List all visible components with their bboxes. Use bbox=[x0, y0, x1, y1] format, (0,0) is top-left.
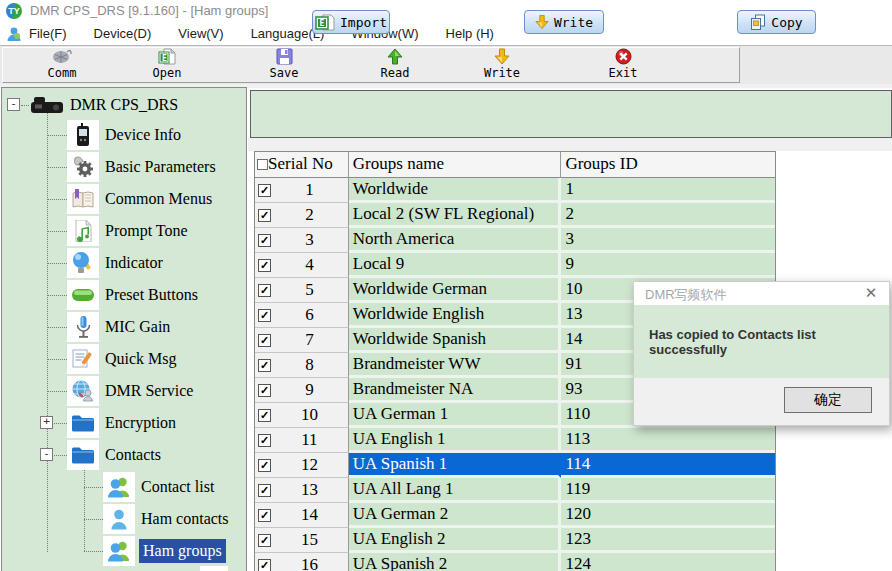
sidebar-item-dmr-service[interactable]: DMR Service bbox=[2, 376, 248, 406]
expand-icon[interactable]: + bbox=[40, 416, 53, 429]
group-id-cell[interactable]: 119 bbox=[561, 478, 775, 503]
group-name-cell[interactable]: UA German 2 bbox=[349, 503, 562, 528]
sidebar-item-ham-groups[interactable]: Ham groups bbox=[2, 536, 248, 566]
action-panel bbox=[250, 90, 892, 138]
group-id-cell[interactable]: 123 bbox=[561, 528, 775, 553]
sidebar-item-contact-list[interactable]: Contact list bbox=[2, 472, 248, 502]
sidebar-item-ham-contacts[interactable]: Ham contacts bbox=[2, 504, 248, 534]
group-id-cell[interactable]: 113 bbox=[561, 428, 775, 453]
row-checkbox[interactable]: ✓ bbox=[258, 334, 271, 347]
table-row[interactable]: ✓15UA English 2123 bbox=[255, 528, 775, 553]
menu-device[interactable]: Device(D) bbox=[94, 26, 152, 41]
tree-stub bbox=[47, 231, 67, 232]
sidebar-item-device-info[interactable]: Device Info bbox=[2, 120, 248, 150]
save-button[interactable]: Save bbox=[246, 47, 322, 80]
table-row[interactable]: ✓4Local 99 bbox=[255, 253, 775, 278]
group-name-cell[interactable]: Brandmeister WW bbox=[349, 353, 562, 378]
panel-write-label: Write bbox=[554, 15, 593, 30]
serial-number: 12 bbox=[271, 455, 348, 475]
row-checkbox[interactable]: ✓ bbox=[258, 509, 271, 522]
sidebar-item-indicator[interactable]: Indicator bbox=[2, 248, 248, 278]
sidebar-item-mic-gain[interactable]: MIC Gain bbox=[2, 312, 248, 342]
group-name-cell[interactable]: UA Spanish 2 bbox=[349, 553, 562, 571]
row-checkbox[interactable]: ✓ bbox=[258, 534, 271, 547]
row-checkbox[interactable]: ✓ bbox=[258, 209, 271, 222]
table-row[interactable]: ✓3North America3 bbox=[255, 228, 775, 253]
group-name-cell[interactable]: UA English 1 bbox=[349, 428, 562, 453]
svg-text:E: E bbox=[320, 19, 325, 28]
dialog-footer: 确定 bbox=[634, 378, 889, 425]
menu-file[interactable]: File(F) bbox=[29, 26, 67, 41]
sidebar-item-encryption[interactable]: + Encryption bbox=[2, 408, 248, 438]
comm-button[interactable]: Comm bbox=[24, 47, 100, 80]
panel-write-button[interactable]: Write bbox=[524, 10, 604, 34]
collapse-icon[interactable]: - bbox=[7, 98, 20, 111]
sidebar-item-preset-buttons[interactable]: Preset Buttons bbox=[2, 280, 248, 310]
group-id-cell[interactable]: 9 bbox=[561, 253, 775, 278]
group-id-cell[interactable]: 2 bbox=[561, 203, 775, 228]
row-checkbox[interactable]: ✓ bbox=[258, 359, 271, 372]
menu-help[interactable]: Help (H) bbox=[446, 26, 494, 41]
group-name-cell[interactable]: North America bbox=[349, 228, 562, 253]
collapse-icon[interactable]: - bbox=[40, 448, 53, 461]
close-icon[interactable]: ✕ bbox=[862, 284, 880, 302]
group-id-cell[interactable]: 1 bbox=[561, 178, 775, 203]
group-id-cell[interactable]: 3 bbox=[561, 228, 775, 253]
group-id-cell[interactable]: 124 bbox=[561, 553, 775, 571]
row-checkbox[interactable]: ✓ bbox=[258, 284, 271, 297]
row-checkbox[interactable]: ✓ bbox=[258, 234, 271, 247]
row-checkbox[interactable]: ✓ bbox=[258, 259, 271, 272]
group-name-cell[interactable]: Worldwide German bbox=[349, 278, 562, 303]
sidebar-item-label: Basic Parameters bbox=[105, 152, 216, 182]
group-name-cell[interactable]: UA Spanish 1 bbox=[349, 453, 562, 478]
row-checkbox[interactable]: ✓ bbox=[258, 484, 271, 497]
group-id-cell[interactable]: 120 bbox=[561, 503, 775, 528]
row-checkbox[interactable]: ✓ bbox=[258, 309, 271, 322]
people-icon bbox=[103, 472, 135, 502]
row-checkbox[interactable]: ✓ bbox=[258, 459, 271, 472]
table-row[interactable]: ✓1Worldwide1 bbox=[255, 178, 775, 203]
group-name-cell[interactable]: Worldwide bbox=[349, 178, 562, 203]
table-row[interactable]: ✓12UA Spanish 1114 bbox=[255, 453, 775, 478]
sidebar-item-basic-parameters[interactable]: Basic Parameters bbox=[2, 152, 248, 182]
select-all-checkbox[interactable] bbox=[257, 159, 268, 170]
write-button[interactable]: Write bbox=[464, 47, 540, 80]
menu-view[interactable]: View(V) bbox=[178, 26, 223, 41]
app-logo-icon: TY bbox=[6, 3, 22, 19]
group-name-cell[interactable]: Brandmeister NA bbox=[349, 378, 562, 403]
sidebar-item-common-menus[interactable]: Common Menus bbox=[2, 184, 248, 214]
row-checkbox[interactable]: ✓ bbox=[258, 559, 271, 571]
group-name-cell[interactable]: Worldwide English bbox=[349, 303, 562, 328]
exit-button[interactable]: Exit bbox=[585, 47, 661, 80]
sidebar-item-prompt-tone[interactable]: Prompt Tone bbox=[2, 216, 248, 246]
group-name-cell[interactable]: UA German 1 bbox=[349, 403, 562, 428]
table-row[interactable]: ✓13UA All Lang 1119 bbox=[255, 478, 775, 503]
read-button[interactable]: Read bbox=[357, 47, 433, 80]
table-row[interactable]: ✓11UA English 1113 bbox=[255, 428, 775, 453]
group-name-cell[interactable]: UA English 2 bbox=[349, 528, 562, 553]
group-name-cell[interactable]: Local 2 (SW FL Regional) bbox=[349, 203, 562, 228]
group-name-cell[interactable]: Worldwide Spanish bbox=[349, 328, 562, 353]
group-name-cell[interactable]: Local 9 bbox=[349, 253, 562, 278]
group-id-cell[interactable]: 114 bbox=[561, 453, 775, 478]
import-button[interactable]: E Import bbox=[312, 10, 390, 34]
row-checkbox[interactable]: ✓ bbox=[258, 184, 271, 197]
music-note-icon bbox=[67, 216, 99, 246]
row-checkbox[interactable]: ✓ bbox=[258, 409, 271, 422]
open-button[interactable]: E Open bbox=[129, 47, 205, 80]
sidebar-item-label: Prompt Tone bbox=[105, 216, 188, 246]
copy-button[interactable]: Copy bbox=[737, 10, 816, 34]
sidebar-item-root[interactable]: - DMR CPS_DRS bbox=[2, 90, 248, 120]
serial-number: 8 bbox=[271, 355, 348, 375]
group-name-cell[interactable]: UA All Lang 1 bbox=[349, 478, 562, 503]
table-row[interactable]: ✓2Local 2 (SW FL Regional)2 bbox=[255, 203, 775, 228]
table-row[interactable]: ✓14UA German 2120 bbox=[255, 503, 775, 528]
row-checkbox[interactable]: ✓ bbox=[258, 384, 271, 397]
sidebar-item-quick-msg[interactable]: Quick Msg bbox=[2, 344, 248, 374]
sidebar-item-contacts[interactable]: - Contacts bbox=[2, 440, 248, 470]
sidebar-item-label: MIC Gain bbox=[105, 312, 170, 342]
dialog-titlebar: DMR写频软件 ✕ bbox=[634, 282, 889, 305]
table-row[interactable]: ✓16UA Spanish 2124 bbox=[255, 553, 775, 571]
ok-button[interactable]: 确定 bbox=[784, 387, 872, 413]
row-checkbox[interactable]: ✓ bbox=[258, 434, 271, 447]
